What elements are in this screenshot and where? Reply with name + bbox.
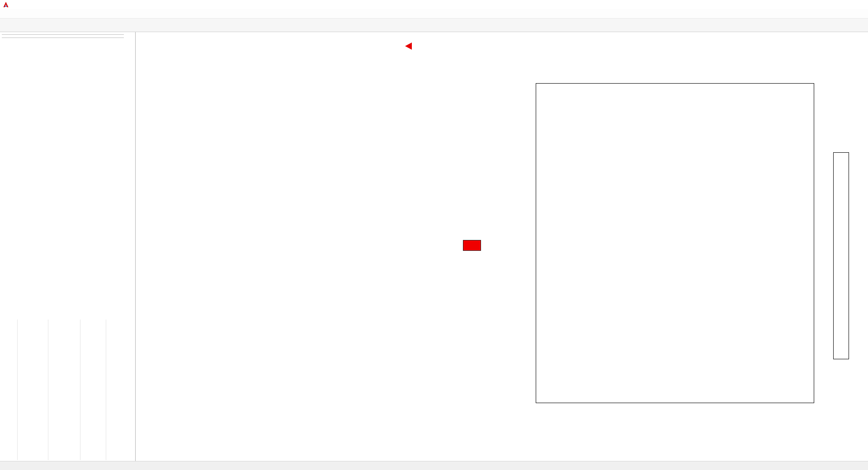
maximize-button[interactable] <box>826 0 847 9</box>
title-bar <box>0 0 868 9</box>
minimize-button[interactable] <box>806 0 826 9</box>
app-logo-icon <box>3 1 9 8</box>
status-bar <box>0 461 868 470</box>
close-button[interactable] <box>847 0 868 9</box>
window-controls <box>806 0 868 9</box>
energy-curve-chart[interactable] <box>138 42 488 459</box>
app-window <box>0 0 868 470</box>
legend-color-swatch <box>463 240 481 251</box>
panel-close-icon[interactable] <box>126 33 132 39</box>
tomogram-axes <box>506 63 868 420</box>
table-column-line <box>17 320 18 460</box>
table-column-line <box>48 320 48 460</box>
table-column-line <box>80 320 80 460</box>
table-column-line <box>106 320 106 460</box>
menu-bar <box>0 9 868 18</box>
colorbar <box>833 152 849 359</box>
toolbar <box>0 18 868 32</box>
survey-table-panel <box>0 32 136 461</box>
panel-gripper[interactable] <box>2 33 124 39</box>
